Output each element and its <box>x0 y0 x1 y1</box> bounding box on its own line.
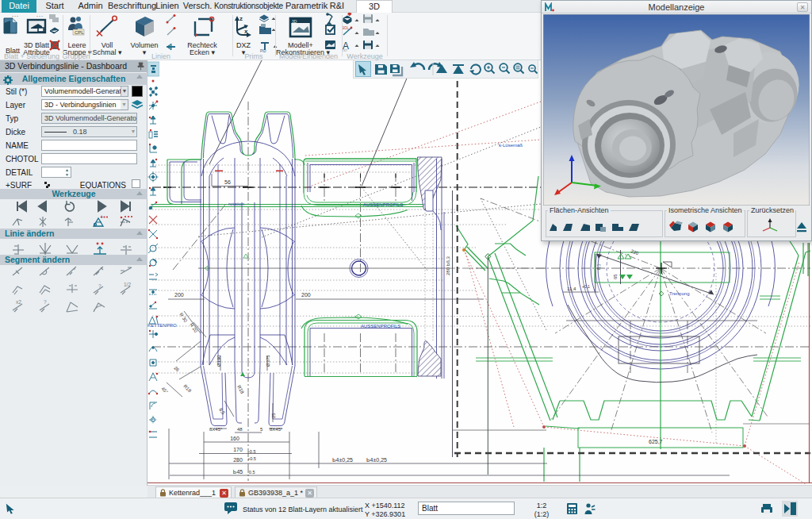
svg-text:rotation: rotation <box>228 202 244 206</box>
svg-text:AUSSENPROFILS: AUSSENPROFILS <box>363 202 403 207</box>
svg-text:8,1: 8,1 <box>596 263 601 270</box>
svg-text:65: 65 <box>613 274 618 279</box>
svg-text:...: ... <box>36 13 44 17</box>
svg-text:8X45°: 8X45° <box>209 427 223 432</box>
svg-text:200: 200 <box>301 292 311 298</box>
svg-text:200: 200 <box>174 292 184 298</box>
svg-text:625,7: 625,7 <box>649 439 663 444</box>
svg-text:280: 280 <box>233 457 243 463</box>
svg-text:280 Ь6,3: 280 Ь6,3 <box>446 256 450 275</box>
svg-text:56: 56 <box>224 179 231 185</box>
svg-text:8X45°: 8X45° <box>270 427 283 432</box>
svg-text:...: ... <box>7 74 10 77</box>
svg-text:Ь45: Ь45 <box>233 469 243 475</box>
svg-text:?: ? <box>98 283 102 289</box>
svg-text:x2: x2 <box>16 299 21 305</box>
svg-text:...: ... <box>12 13 19 17</box>
svg-text:3D: 3D <box>292 19 297 24</box>
svg-text:1/2: 1/2 <box>124 282 131 287</box>
svg-text:x: x <box>244 28 248 35</box>
svg-text:+0.5: +0.5 <box>247 456 256 461</box>
svg-text:Ø375: Ø375 <box>266 355 270 367</box>
svg-text:Trennung: Trennung <box>669 291 689 296</box>
svg-text:Ь4±0,25: Ь4±0,25 <box>332 457 353 463</box>
svg-text:CPL: CPL <box>75 30 84 35</box>
svg-text:SOL: SOL <box>342 26 350 30</box>
svg-text:170: 170 <box>233 447 243 452</box>
svg-text:-0.5: -0.5 <box>248 449 255 454</box>
svg-text:-0.5: -0.5 <box>247 470 255 475</box>
svg-text:11,4: 11,4 <box>567 286 576 291</box>
svg-text:+0.1: +0.1 <box>582 284 590 289</box>
svg-text:48: 48 <box>237 427 243 432</box>
svg-text:AUSSENPROFILS: AUSSENPROFILS <box>361 324 400 329</box>
svg-text:k-Lüsemaß: k-Lüsemaß <box>499 143 523 148</box>
svg-text:25: 25 <box>271 413 276 418</box>
svg-text:Ø190: Ø190 <box>216 355 221 367</box>
svg-text:?: ? <box>44 299 47 305</box>
svg-text:z: z <box>239 15 243 22</box>
svg-text:Ь4±0,25: Ь4±0,25 <box>366 457 387 463</box>
svg-text:160: 160 <box>230 436 239 441</box>
